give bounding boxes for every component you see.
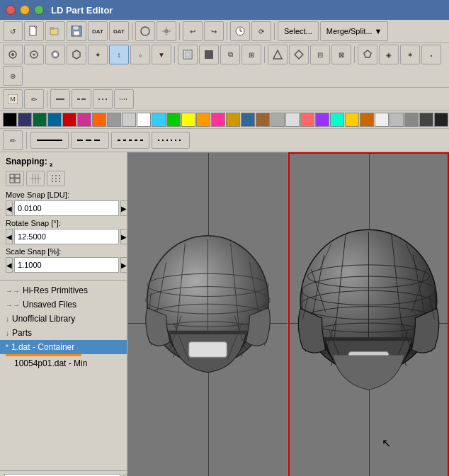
pent-btn[interactable] [358,45,377,64]
rotate-snap-dec[interactable]: ◀ [6,229,13,244]
move-snap-inc[interactable]: ▶ [120,200,127,216]
color-swatch-3[interactable] [47,113,62,127]
dropdown-btn2[interactable]: ▼ [152,45,171,64]
color-swatch-7[interactable] [107,113,121,127]
line-dash[interactable] [111,132,149,149]
color-swatch-8[interactable] [122,113,136,127]
color-swatch-25[interactable] [375,113,389,127]
minimize-button[interactable] [20,5,30,15]
unknown-btn[interactable]: ⊛ [3,66,23,86]
move-tool[interactable]: M [3,89,23,109]
scale-snap-inc[interactable]: ▶ [120,257,127,273]
color-swatch-10[interactable] [152,113,166,127]
move-snap-input[interactable] [14,200,119,216]
solid-btn[interactable] [199,45,219,64]
color-swatch-18[interactable] [271,113,285,127]
open-button[interactable] [45,21,65,41]
tree-item-parts[interactable]: ↓ Parts [0,326,127,340]
snap-fine-btn[interactable] [26,171,45,186]
minus-btn[interactable]: ⊟ [310,45,330,64]
plus-btn[interactable]: ⊞ [241,45,261,64]
bfc-btn[interactable]: ✶ [400,45,420,64]
color-swatch-4[interactable] [62,113,76,127]
color-swatch-9[interactable] [137,113,151,127]
color-swatch-28[interactable] [419,113,433,127]
circle-btn[interactable] [3,45,23,64]
color-swatch-24[interactable] [360,113,374,127]
ring-btn[interactable] [45,45,65,64]
tool5[interactable] [93,89,113,109]
undo-button[interactable]: ↩ [183,21,203,41]
scale-snap-dec[interactable]: ◀ [6,257,13,273]
quad-btn[interactable] [289,45,309,64]
dat2-button[interactable]: DAT [109,21,129,41]
grid-btn[interactable]: ⧉ [220,45,240,64]
select-dropdown[interactable]: Select... [278,21,319,41]
dat1-button[interactable]: DAT [88,21,108,41]
color-swatch-1[interactable] [18,113,32,127]
viewport-left[interactable] [127,152,288,476]
redo-button[interactable]: ↪ [204,21,224,41]
subfile-btn[interactable] [178,45,198,64]
color-swatch-15[interactable] [226,113,240,127]
viewport-right[interactable]: ↖ [288,152,449,476]
dot-btn[interactable] [24,45,44,64]
maximize-button[interactable] [34,5,44,15]
color-swatch-26[interactable] [390,113,404,127]
color-swatch-2[interactable] [33,113,47,127]
color-swatch-22[interactable] [330,113,344,127]
tree-item-unofficial[interactable]: ↓ Unofficial Library [0,312,127,326]
hex-btn[interactable] [67,45,86,64]
tree-item-unsaved[interactable]: →→ Unsaved Files [0,298,127,312]
comment-btn[interactable]: ⬩ [421,45,441,64]
color-swatch-16[interactable] [241,113,255,127]
refresh-button[interactable]: ⟳ [251,21,271,41]
tool6[interactable] [114,89,134,109]
settings-button[interactable] [157,21,176,41]
color-swatch-13[interactable] [196,113,210,127]
color-swatch-12[interactable] [181,113,195,127]
pencil-tool[interactable]: ✏ [24,89,44,109]
rotate-snap-inc[interactable]: ▶ [120,229,127,244]
rotate-snap-input[interactable] [14,229,119,244]
line-medium[interactable] [71,132,109,149]
cond-btn[interactable]: ◈ [379,45,399,64]
tool3[interactable] [50,89,70,109]
star-btn[interactable]: ✦ [88,45,108,64]
color-swatch-19[interactable] [285,113,300,127]
diamond-btn[interactable]: ⬦ [130,45,150,64]
back-button[interactable]: ↺ [3,21,23,41]
color-swatch-6[interactable] [92,113,106,127]
merge-split-button[interactable]: Merge/Split... ▼ [320,21,389,41]
color-swatch-11[interactable] [166,113,181,127]
color-swatch-29[interactable] [434,113,448,127]
new-button[interactable] [24,21,44,41]
line-dot[interactable] [152,132,190,149]
arrow-btn[interactable]: ↕ [109,45,129,64]
tool4[interactable] [72,89,91,109]
tree-item-10054[interactable]: 10054p01.dat - Min [0,356,127,370]
color-swatch-23[interactable] [345,113,359,127]
color-swatch-0[interactable] [3,113,17,127]
move-snap-dec[interactable]: ◀ [6,200,13,216]
color-swatch-21[interactable] [315,113,329,127]
color-swatch-17[interactable] [256,113,270,127]
tree-item-hi-res[interactable]: →→ Hi-Res Primitives [0,283,127,298]
snap-dot-btn[interactable] [47,171,65,186]
tri-btn[interactable] [268,45,288,64]
close-button[interactable] [6,5,16,15]
search-section: Reset [0,470,127,476]
scale-snap-input[interactable] [14,257,119,273]
pencil-style[interactable]: ✏ [3,130,23,150]
x-btn[interactable]: ⊠ [331,45,351,64]
color-swatch-14[interactable] [211,113,225,127]
primitives-button[interactable] [135,21,155,41]
color-swatch-20[interactable] [300,113,314,127]
color-swatch-5[interactable] [77,113,91,127]
snap-grid-btn[interactable] [6,171,24,186]
save-button[interactable] [67,21,86,41]
line-solid[interactable] [30,132,69,149]
clock-button[interactable] [230,21,250,41]
tree-item-1dat[interactable]: * 1.dat - Container [0,340,127,354]
color-swatch-27[interactable] [404,113,419,127]
